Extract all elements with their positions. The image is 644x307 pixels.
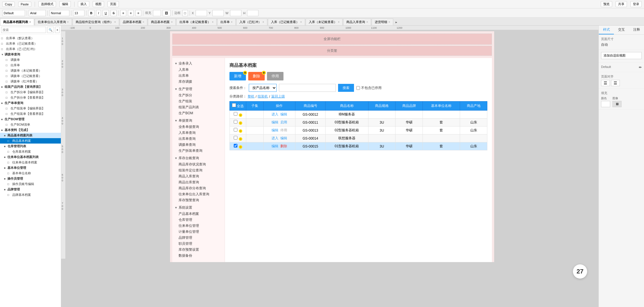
tab-3[interactable]: 品牌基本档案 × — [120, 18, 148, 25]
select-all-checkbox[interactable] — [232, 103, 236, 107]
view-button[interactable]: 视图 — [93, 1, 104, 7]
section-header-partner[interactable]: ■ 往来单位基本档案列表 — [0, 154, 61, 160]
tab-2[interactable]: 商品组件定位查询（组件） × — [73, 18, 119, 25]
tree-item-0[interactable]: □ 出库单（默认查看） — [0, 36, 61, 41]
default-edit-icon[interactable]: ✏ — [639, 65, 642, 69]
nav-item-production-query[interactable]: 生产拆装单查询 — [172, 148, 225, 154]
row-checkbox-3[interactable] — [234, 136, 237, 140]
action-delete-4[interactable]: 删除 — [280, 144, 287, 148]
h-input[interactable] — [247, 10, 258, 16]
align-left-btn[interactable]: ☰ — [601, 80, 610, 86]
breadcrumb-part-0[interactable]: 整机 — [248, 94, 254, 99]
nav-item-transfer[interactable]: 库存调拨 — [172, 79, 225, 85]
tree-item-6[interactable]: □ 调拨单（已记账查看） — [0, 73, 61, 79]
action-edit-1[interactable]: 编辑 — [272, 120, 278, 124]
nav-header-inventory[interactable]: ▼ 库存台账查询 — [172, 155, 225, 161]
td-check-2[interactable]: • — [230, 126, 246, 134]
tab-11-close[interactable]: × — [388, 20, 390, 24]
search-button[interactable]: 搜索 — [338, 84, 354, 92]
nav-item-disassemble[interactable]: 生产拆分 — [172, 92, 225, 98]
nav-item-stock-dist[interactable]: 商品库存分布查询 — [172, 185, 225, 191]
tab-2-close[interactable]: × — [114, 20, 116, 24]
action-edit-0[interactable]: 编辑 — [280, 112, 287, 116]
tab-6-close[interactable]: × — [231, 20, 233, 24]
tree-item-4[interactable]: □ 出库单 — [0, 63, 61, 68]
nav-header-production[interactable]: ▼ 生产管理 — [172, 86, 225, 92]
tree-item-operator[interactable]: □ 操作员账号编辑 — [0, 181, 61, 187]
align-right-btn[interactable]: ☰ — [611, 80, 620, 86]
nav-item-instock-query[interactable]: 入库单查询 — [172, 130, 225, 136]
section-header-brand[interactable]: ■ 品牌管理 — [0, 187, 61, 192]
nav-item-warehouse-mgmt[interactable]: 仓库管理 — [172, 217, 225, 223]
tab-10[interactable]: 商品入库查询 × — [343, 18, 371, 25]
bold-button[interactable]: B — [88, 10, 94, 16]
nav-item-assemble[interactable]: 生产组装 — [172, 98, 225, 104]
size-input[interactable] — [73, 10, 84, 16]
tree-item-9[interactable]: □ 生产拆分单【查看界面】 — [0, 95, 61, 100]
action-edit-3[interactable]: 编辑 — [280, 136, 287, 140]
tree-item-warehouse[interactable]: □ 仓库基本档案 — [0, 149, 61, 154]
btn-delete[interactable]: 删除 ⊕ — [248, 72, 265, 80]
breadcrumb-part-1[interactable]: 组装机 — [258, 94, 268, 99]
tree-item-partner[interactable]: □ 往来单位基本档案 — [0, 160, 61, 165]
default-input[interactable] — [2, 10, 25, 16]
nav-item-product-archive[interactable]: 产品基本档案 — [172, 211, 225, 217]
layout-button[interactable]: 页面 — [107, 1, 119, 7]
preview-button[interactable]: 预览 — [601, 1, 612, 7]
tab-7[interactable]: 入库（已红冲） × — [236, 18, 267, 25]
nav-item-backup[interactable]: 数据备份 — [172, 253, 225, 259]
search-condition-select[interactable]: 按产品名称 — [249, 84, 277, 92]
no-disabled-checkbox[interactable] — [356, 86, 360, 90]
nav-item-brand-mgmt[interactable]: 品牌管理 — [172, 235, 225, 241]
edit-button[interactable]: 编辑 — [59, 1, 71, 7]
tree-item-1[interactable]: □ 出库单（已记账查看） — [0, 41, 61, 46]
tree-item-10[interactable]: □ 生产组装单【编辑界面】 — [0, 106, 61, 111]
align-center-button[interactable]: ≡ — [128, 10, 134, 16]
td-check-4[interactable]: • — [230, 142, 246, 150]
section-header-basic[interactable]: ■ 基本资料【完成】 — [0, 127, 61, 133]
td-check-3[interactable]: • — [230, 134, 246, 142]
tab-5-close[interactable]: × — [212, 20, 214, 24]
tab-4-close[interactable]: × — [171, 20, 173, 24]
x-input[interactable] — [196, 10, 207, 16]
section-header-bom[interactable]: ■ 生产BOM管理 — [0, 117, 61, 122]
right-tab-style[interactable]: 样式 — [599, 26, 614, 34]
tab-1[interactable]: 往来单位出入库查询 × — [35, 18, 72, 25]
sidebar-search-btn[interactable]: 🔍 — [47, 27, 54, 33]
adaptive-btn[interactable]: 添加自适应视图 — [601, 52, 642, 59]
fill-color-box[interactable] — [601, 101, 610, 107]
nav-item-partner-io[interactable]: 往来单位出入库查询 — [172, 191, 225, 197]
login-button[interactable]: 登录 — [630, 1, 642, 7]
nav-item-stock-status[interactable]: 商品库存状况查询 — [172, 161, 225, 167]
tree-item-brand[interactable]: □ 品牌基本档案 — [0, 192, 61, 198]
nav-item-product-outstock[interactable]: 商品出库查询 — [172, 179, 225, 185]
nav-item-outstock-query[interactable]: 出库单查询 — [172, 136, 225, 142]
search-input[interactable] — [279, 84, 336, 92]
fill-image-btn[interactable]: 🖼 — [163, 10, 171, 16]
nav-item-product-list[interactable]: 组装产品列表 — [172, 104, 225, 110]
tab-10-close[interactable]: × — [366, 20, 368, 24]
paste-button[interactable]: Paste — [18, 2, 31, 7]
nav-item-bom[interactable]: 生产BOM — [172, 110, 225, 116]
tab-8[interactable]: 入库（已记账查看） × — [268, 18, 305, 25]
tab-0[interactable]: 商品基本档案列表 × — [0, 18, 34, 25]
tab-0-close[interactable]: × — [29, 20, 31, 24]
strikethrough-button[interactable]: S — [111, 10, 117, 16]
border-btn[interactable]: □ — [182, 10, 188, 16]
tab-7-close[interactable]: × — [262, 20, 264, 24]
nav-header-query[interactable]: ▼ 单据查询 — [172, 117, 225, 124]
action-enter-3[interactable]: 进入 — [272, 136, 278, 140]
section-header-tiaobo[interactable]: ▼ 调拨单查询 — [0, 52, 61, 57]
section-header-unit[interactable]: ■ 基本单位管理 — [0, 165, 61, 171]
section-header-operator[interactable]: ■ 操作员管理 — [0, 176, 61, 181]
action-enable-1[interactable]: 启用 — [280, 120, 287, 124]
tab-6[interactable]: 出库单 × — [217, 18, 236, 25]
right-tab-notes[interactable]: 注释 — [629, 26, 644, 34]
row-checkbox-2[interactable] — [234, 128, 237, 132]
nav-item-warning-settings[interactable]: 库存预警设置 — [172, 247, 225, 253]
nav-item-staff-mgmt[interactable]: 职员管理 — [172, 241, 225, 247]
nav-item-partner-mgmt[interactable]: 往来单位管理 — [172, 223, 225, 229]
more-tabs-btn[interactable]: ▸ — [394, 19, 399, 25]
section-header-production[interactable]: ■ 生产单单查询 — [0, 100, 61, 106]
tab-5[interactable]: 出库单（未记账查看） × — [176, 18, 217, 25]
